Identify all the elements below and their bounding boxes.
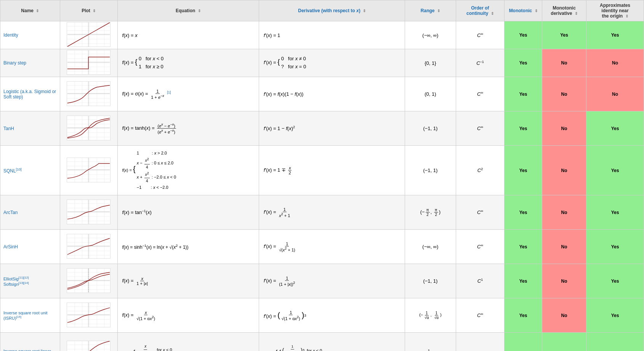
plot-sqnl <box>60 146 117 195</box>
mono-isru: Yes <box>505 298 542 333</box>
header-continuity: Order ofcontinuity ⇕ <box>456 0 505 21</box>
approx-arsinh: Yes <box>586 230 644 264</box>
deriv-isrlu: f′(x) = { { ( 1√(1+αx2) ) 3 for x < 0 1 <box>259 333 405 351</box>
eq-sqnl: f(x) = { 1 : x > 2.0 x − x24 : 0 ≤ x ≤ 2… <box>117 146 259 195</box>
range-identity: (−∞, ∞) <box>405 21 456 49</box>
range-logistic: (0, 1) <box>405 77 456 111</box>
eq-tanh: f(x) = tanh(x) = (ex − e−x) (ex + e−x) <box>117 111 259 146</box>
name-tanh: TanH <box>0 111 60 146</box>
name-isru: Inverse square root unit (ISRU)[15] <box>0 298 60 333</box>
mono-elliotsig: Yes <box>505 264 542 298</box>
mono-binary-step: Yes <box>505 49 542 77</box>
header-derivative: Derivative (with respect to x) ⇕ <box>259 0 405 21</box>
eq-identity: f(x) = x <box>117 21 259 49</box>
deriv-identity: f′(x) = 1 <box>259 21 405 49</box>
svg-line-12 <box>67 23 110 47</box>
monod-sqnl: No <box>542 146 586 195</box>
monod-binary-step: No <box>542 49 586 77</box>
name-logistic: Logistic (a.k.a. Sigmoid or Soft step) <box>0 77 60 111</box>
monod-isru: No <box>542 298 586 333</box>
plot-elliotsig <box>60 264 117 298</box>
table-row: Identity f <box>0 21 644 49</box>
eq-arctan: f(x) = tan−1(x) <box>117 195 259 230</box>
name-binary-step: Binary step <box>0 49 60 77</box>
name-identity: Identity <box>0 21 60 49</box>
table-row: ElliotSig[11][12]Softsign[13][14] <box>0 264 644 298</box>
range-tanh: (−1, 1) <box>405 111 456 146</box>
table-row: TanH <box>0 111 644 146</box>
approx-isru: Yes <box>586 298 644 333</box>
plot-identity <box>60 21 117 49</box>
mono-identity: Yes <box>505 21 542 49</box>
cont-tanh: C∞ <box>456 111 505 146</box>
plot-arctan <box>60 195 117 230</box>
cont-identity: C∞ <box>456 21 505 49</box>
monod-identity: Yes <box>542 21 586 49</box>
deriv-tanh: f′(x) = 1 − f(x)2 <box>259 111 405 146</box>
cont-isrlu: C2 <box>456 333 505 351</box>
name-elliotsig: ElliotSig[11][12]Softsign[13][14] <box>0 264 60 298</box>
table-row: Logistic (a.k.a. Sigmoid or Soft step) <box>0 77 644 111</box>
cont-binary-step: C−1 <box>456 49 505 77</box>
approx-binary-step: No <box>586 49 644 77</box>
table-row: ArSinH f(x <box>0 230 644 264</box>
deriv-arsinh: f′(x) = 1 √(x2 + 1) <box>259 230 405 264</box>
header-name: Name ⇕ <box>0 0 60 21</box>
mono-arsinh: Yes <box>505 230 542 264</box>
header-plot: Plot ⇕ <box>60 0 117 21</box>
range-sqnl: (−1, 1) <box>405 146 456 195</box>
range-isrlu: (−1√α, ∞) <box>405 333 456 351</box>
table-row: Inverse square root unit (ISRU)[15] <box>0 298 644 333</box>
table-row: Inverse square root linear unit (ISRLU)[… <box>0 333 644 351</box>
approx-arctan: Yes <box>586 195 644 230</box>
approx-elliotsig: Yes <box>586 264 644 298</box>
monod-arsinh: No <box>542 230 586 264</box>
sort-range-icon[interactable]: ⇕ <box>437 9 440 13</box>
table-row: ArcTan f(x <box>0 195 644 230</box>
sort-deriv-icon[interactable]: ⇕ <box>363 9 366 13</box>
sort-eq-icon[interactable]: ⇕ <box>198 9 201 13</box>
name-arsinh: ArSinH <box>0 230 60 264</box>
mono-sqnl: Yes <box>505 146 542 195</box>
deriv-logistic: f′(x) = f(x)(1 − f(x)) <box>259 77 405 111</box>
approx-isrlu: Yes <box>586 333 644 351</box>
range-arsinh: (−∞, ∞) <box>405 230 456 264</box>
mono-isrlu: Yes <box>505 333 542 351</box>
plot-arsinh <box>60 230 117 264</box>
name-arctan: ArcTan <box>0 195 60 230</box>
monod-tanh: No <box>542 111 586 146</box>
sort-mono-icon[interactable]: ⇕ <box>535 9 538 13</box>
sort-plot-icon[interactable]: ⇕ <box>93 9 96 13</box>
name-isrlu: Inverse square root linear unit (ISRLU)[… <box>0 333 60 351</box>
range-isru: (−1√α, 1√α) <box>405 298 456 333</box>
approx-logistic: No <box>586 77 644 111</box>
monod-logistic: No <box>542 77 586 111</box>
deriv-sqnl: f′(x) = 1 ∓ x 2 <box>259 146 405 195</box>
cont-logistic: C∞ <box>456 77 505 111</box>
eq-logistic: f(x) = σ(x) = 1 1 + e−x [1] <box>117 77 259 111</box>
eq-binary-step: f(x) = { 0 for x < 0 1 for x ≥ 0 <box>117 49 259 77</box>
eq-elliotsig: f(x) = x 1 + |x| <box>117 264 259 298</box>
cont-isru: C∞ <box>456 298 505 333</box>
name-sqnl: SQNL[10] <box>0 146 60 195</box>
eq-isrlu: f(x) = { x√(1+αx2) for x < 0 x for x ≥ 0 <box>117 333 259 351</box>
mono-arctan: Yes <box>505 195 542 230</box>
eq-isru: f(x) = x √(1 + αx2) <box>117 298 259 333</box>
cont-arsinh: C∞ <box>456 230 505 264</box>
sort-name-icon[interactable]: ⇕ <box>36 9 39 13</box>
sort-cont-icon[interactable]: ⇕ <box>491 11 494 16</box>
header-approximates: Approximatesidentity nearthe origin ⇕ <box>586 0 644 21</box>
monod-elliotsig: No <box>542 264 586 298</box>
deriv-arctan: f′(x) = 1 x2 + 1 <box>259 195 405 230</box>
range-binary-step: {0, 1} <box>405 49 456 77</box>
plot-logistic <box>60 77 117 111</box>
header-monotonic: Monotonic ⇕ <box>505 0 542 21</box>
plot-binary-step <box>60 49 117 77</box>
mono-tanh: Yes <box>505 111 542 146</box>
cont-elliotsig: C1 <box>456 264 505 298</box>
plot-isrlu <box>60 333 117 351</box>
sort-monod-icon[interactable]: ⇕ <box>575 11 578 16</box>
deriv-isru: f′(x) = ( 1 √(1 + αx2) ) 3 <box>259 298 405 333</box>
sort-approx-icon[interactable]: ⇕ <box>625 14 628 18</box>
range-arctan: (−π2, π2) <box>405 195 456 230</box>
